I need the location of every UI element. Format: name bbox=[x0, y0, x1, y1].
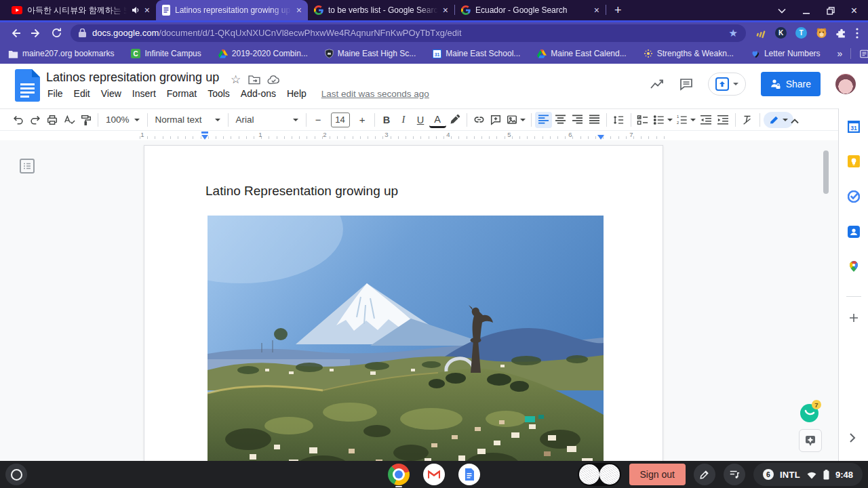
checklist-icon[interactable] bbox=[635, 112, 652, 128]
bookmark-folder[interactable]: maine207.org bookmarks bbox=[8, 49, 114, 58]
tab-youtube[interactable]: 아득한 시티뷰와 함께하는 뽀모 × bbox=[5, 0, 156, 20]
bookmark-strengths[interactable]: Strengths & Weakn... bbox=[644, 49, 734, 58]
launcher-button[interactable] bbox=[5, 464, 27, 485]
media-controls-button[interactable] bbox=[724, 464, 745, 485]
highlight-color-icon[interactable] bbox=[446, 112, 463, 128]
show-outline-icon[interactable] bbox=[20, 159, 35, 174]
tab-search-chevron-icon[interactable] bbox=[778, 8, 786, 14]
extension-mascot-icon[interactable] bbox=[816, 27, 827, 39]
bookmarks-overflow-chevrons[interactable]: » bbox=[837, 48, 843, 59]
document-stats-icon[interactable] bbox=[650, 78, 665, 90]
right-indent-marker[interactable] bbox=[597, 135, 604, 140]
docs-app-icon[interactable] bbox=[458, 464, 480, 485]
bulleted-list-icon[interactable] bbox=[652, 112, 675, 128]
document-status-cloud-icon[interactable] bbox=[267, 75, 280, 85]
undo-icon[interactable] bbox=[9, 112, 26, 128]
collapse-toolbar-icon[interactable] bbox=[786, 113, 803, 129]
audio-playing-icon[interactable] bbox=[132, 6, 140, 14]
address-bar[interactable]: docs.google.com/document/d/1-QKqUxNXUCnV… bbox=[71, 24, 746, 42]
restore-window-icon[interactable] bbox=[827, 7, 835, 15]
close-tab-icon[interactable]: × bbox=[443, 5, 448, 15]
text-color-button[interactable]: A bbox=[429, 113, 446, 128]
font-size-decrease[interactable]: − bbox=[310, 112, 327, 128]
ruler[interactable]: 1 1 2 3 4 5 6 7 bbox=[0, 131, 838, 140]
font-select[interactable]: Arial bbox=[232, 112, 302, 128]
chrome-app-icon[interactable] bbox=[388, 464, 410, 485]
google-contacts-icon[interactable] bbox=[848, 226, 860, 238]
first-line-indent-marker[interactable] bbox=[201, 131, 208, 134]
zoom-select[interactable]: 100% bbox=[102, 112, 144, 128]
numbered-list-icon[interactable]: 12 bbox=[675, 112, 698, 128]
extension-signal-icon[interactable] bbox=[755, 28, 766, 39]
close-tab-icon[interactable]: × bbox=[296, 5, 302, 15]
align-right-button[interactable] bbox=[569, 112, 586, 128]
document-page[interactable]: Latino Representation growing up bbox=[144, 145, 663, 461]
tab-docs-active[interactable]: Latinos represitation growing up × bbox=[156, 0, 308, 20]
grammarly-widget[interactable]: 7 bbox=[800, 404, 818, 422]
add-comment-icon[interactable] bbox=[488, 112, 505, 128]
menu-format[interactable]: Format bbox=[161, 87, 202, 100]
insert-link-icon[interactable] bbox=[471, 112, 488, 128]
reading-list-button[interactable]: Reading list bbox=[859, 49, 868, 59]
account-avatar[interactable] bbox=[835, 74, 856, 94]
present-dropdown-caret[interactable] bbox=[733, 83, 738, 85]
gmail-app-icon[interactable] bbox=[423, 464, 445, 485]
close-window-icon[interactable]: × bbox=[851, 5, 857, 16]
bookmark-drive[interactable]: 2019-2020 Combin... bbox=[218, 49, 308, 58]
vertical-scrollbar[interactable] bbox=[823, 150, 829, 194]
underline-button[interactable]: U bbox=[412, 112, 429, 128]
last-edit-link[interactable]: Last edit was seconds ago bbox=[321, 89, 429, 99]
menu-insert[interactable]: Insert bbox=[127, 87, 161, 100]
browser-menu-icon[interactable] bbox=[856, 28, 859, 39]
google-maps-icon[interactable] bbox=[848, 260, 860, 272]
system-tray[interactable]: 6 INTL 9:48 bbox=[753, 463, 863, 486]
account-avatars[interactable] bbox=[578, 463, 621, 486]
paint-format-icon[interactable] bbox=[77, 112, 94, 128]
print-icon[interactable] bbox=[43, 112, 60, 128]
redo-icon[interactable] bbox=[26, 112, 43, 128]
google-keep-icon[interactable] bbox=[848, 155, 860, 167]
extensions-puzzle-icon[interactable] bbox=[836, 28, 847, 39]
bookmark-maine-east-school[interactable]: 31 Maine East School... bbox=[433, 49, 520, 58]
move-to-folder-icon[interactable] bbox=[248, 75, 260, 85]
bookmark-maine-east-high[interactable]: Maine East High Sc... bbox=[325, 49, 416, 58]
explore-button[interactable] bbox=[799, 429, 822, 452]
font-size-value[interactable]: 14 bbox=[331, 113, 350, 127]
spell-check-icon[interactable] bbox=[60, 112, 77, 128]
forward-icon[interactable] bbox=[26, 27, 46, 39]
document-title[interactable]: Latinos represitation growing up bbox=[46, 70, 219, 85]
minimize-icon[interactable] bbox=[802, 7, 810, 15]
justify-button[interactable] bbox=[586, 112, 603, 128]
back-icon[interactable] bbox=[5, 27, 26, 39]
reload-icon[interactable] bbox=[46, 27, 66, 39]
clear-formatting-icon[interactable] bbox=[739, 112, 756, 128]
italic-button[interactable]: I bbox=[395, 112, 412, 128]
bookmark-letter-numbers[interactable]: Letter Numbers bbox=[751, 49, 821, 58]
insert-image-icon[interactable] bbox=[505, 112, 528, 128]
document-body-heading[interactable]: Latino Representation growing up bbox=[205, 184, 398, 199]
bold-button[interactable]: B bbox=[378, 112, 395, 128]
line-spacing-icon[interactable] bbox=[610, 112, 627, 128]
google-docs-logo[interactable] bbox=[15, 69, 40, 102]
extension-kami-icon[interactable]: K bbox=[775, 27, 787, 39]
new-tab-button[interactable]: + bbox=[614, 4, 622, 16]
left-indent-marker[interactable] bbox=[201, 135, 208, 140]
present-button[interactable] bbox=[708, 73, 746, 96]
stylus-tools-button[interactable] bbox=[694, 464, 715, 485]
add-addon-icon[interactable] bbox=[848, 312, 860, 324]
menu-view[interactable]: View bbox=[96, 87, 127, 100]
menu-file[interactable]: File bbox=[42, 87, 68, 100]
comment-history-icon[interactable] bbox=[679, 78, 693, 91]
hide-side-panel-chevron-icon[interactable] bbox=[849, 432, 861, 445]
menu-tools[interactable]: Tools bbox=[202, 87, 235, 100]
google-tasks-icon[interactable] bbox=[848, 190, 860, 203]
menu-help[interactable]: Help bbox=[281, 87, 312, 100]
star-document-icon[interactable]: ☆ bbox=[231, 73, 241, 87]
share-button[interactable]: Share bbox=[761, 72, 821, 96]
inline-photo-quito-ecuador[interactable] bbox=[208, 216, 604, 461]
paragraph-style-select[interactable]: Normal text bbox=[151, 112, 224, 128]
bookmark-star-icon[interactable]: ★ bbox=[729, 27, 738, 39]
bookmark-infinite-campus[interactable]: C Infinite Campus bbox=[131, 49, 201, 58]
google-calendar-icon[interactable]: 31 bbox=[848, 121, 860, 133]
menu-addons[interactable]: Add-ons bbox=[235, 87, 281, 100]
